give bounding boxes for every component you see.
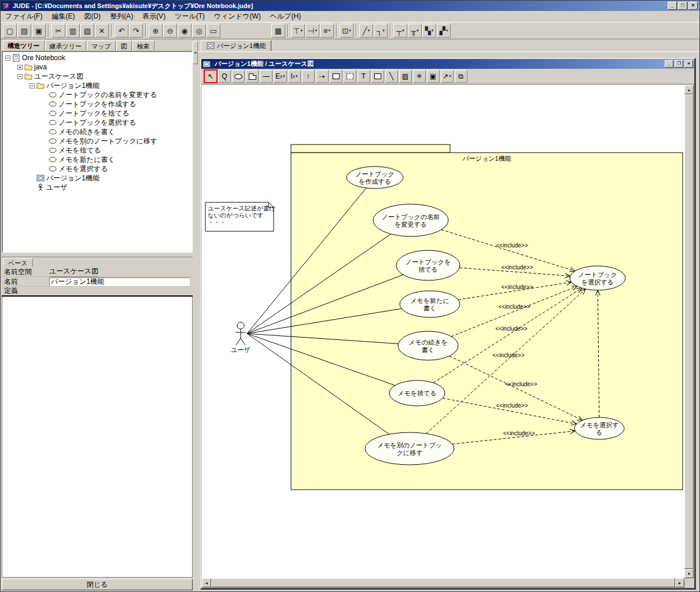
tree-item[interactable]: −ユースケース図 <box>3 72 191 81</box>
usecase-node[interactable]: メモを別のノートブックに移す <box>365 432 454 465</box>
menu-diagram[interactable]: 図(D) <box>79 10 105 23</box>
rect-tool[interactable] <box>371 70 384 83</box>
tab-version1[interactable]: バージョン1機能 <box>201 40 271 51</box>
tree-item[interactable]: メモを新たに書く <box>3 155 191 164</box>
resize-button[interactable]: ⊡▾ <box>340 24 353 38</box>
zoom-fit-button[interactable]: ◎ <box>192 24 206 38</box>
save-button[interactable]: ▣ <box>32 24 46 38</box>
menu-help[interactable]: ヘルプ(H) <box>266 10 306 23</box>
diagram-window-titlebar[interactable]: バージョン1機能 / ユースケース図 _ ❐ × <box>201 59 694 69</box>
tree-item[interactable]: −バージョン1機能 <box>3 81 191 90</box>
menu-file[interactable]: ファイル(F) <box>1 10 47 23</box>
usecase-node[interactable]: ノートブックを作成する <box>347 166 403 188</box>
usecase-tool[interactable] <box>232 70 245 83</box>
vertical-scroll-thumb[interactable] <box>684 94 694 569</box>
align-vertical-button[interactable]: ⊤▾ <box>291 24 305 38</box>
zoom-area-button[interactable]: ▭ <box>207 24 220 38</box>
mdi-minimize-button[interactable]: _ <box>665 60 673 68</box>
depth-button[interactable]: ╥▾ <box>408 24 422 38</box>
tab-structure-tree[interactable]: 構造ツリー <box>3 40 45 51</box>
vertical-scrollbar[interactable]: ▲ ▼ <box>684 85 694 578</box>
tree-item[interactable]: ユーザ <box>3 183 191 192</box>
usecase-node[interactable]: メモを捨てる <box>389 380 445 406</box>
generalization-tool[interactable]: ↑ <box>302 70 315 83</box>
scroll-right-button[interactable]: ► <box>675 578 684 587</box>
package-frame[interactable] <box>291 153 683 490</box>
paste-button[interactable]: ▧ <box>80 24 94 38</box>
actor-node[interactable] <box>235 322 246 345</box>
horizontal-scrollbar[interactable]: ◄ ► <box>202 578 684 587</box>
new-button[interactable]: ▢ <box>3 24 17 38</box>
diagram-canvas[interactable]: バージョン1機能ユースケース記述が書けないのがつらいです・・・ユーザ<<incl… <box>202 85 684 578</box>
arrow-line-tool[interactable]: ↗▾ <box>441 70 454 83</box>
scroll-left-button[interactable]: ◄ <box>202 578 211 587</box>
horizontal-scroll-thumb[interactable] <box>211 578 675 587</box>
menu-tool[interactable]: ツール(T) <box>170 10 209 23</box>
tree-expand-minus-icon[interactable]: − <box>30 83 35 88</box>
frame-tool[interactable]: ▣ <box>427 70 440 83</box>
scroll-up-button[interactable]: ▲ <box>684 85 694 94</box>
note-tool[interactable] <box>330 70 342 83</box>
text-tool[interactable]: T <box>358 70 370 83</box>
select-tool[interactable]: ↖ <box>204 70 217 83</box>
hierarchy-button[interactable]: ┬▾ <box>393 24 407 38</box>
tab-base[interactable]: ベース <box>3 258 33 267</box>
delete-button[interactable]: ✕ <box>95 24 109 38</box>
usecase-node[interactable]: メモを新たに書く <box>400 291 460 317</box>
tree-expand-plus-icon[interactable]: + <box>17 65 23 70</box>
mdi-close-button[interactable]: × <box>684 60 693 68</box>
extend-tool[interactable]: E›▾ <box>274 70 287 83</box>
tab-inherit-tree[interactable]: 継承ツリー <box>45 40 87 51</box>
zoom-out-button[interactable]: ⊖ <box>163 24 177 38</box>
dependency-tool[interactable]: ⇢ <box>316 70 329 83</box>
order-back-button[interactable]: ▞▾ <box>437 24 451 38</box>
tree-item[interactable]: ノートブックを選択する <box>3 118 191 127</box>
tab-search[interactable]: 検索 <box>132 40 154 51</box>
zoom-in-button[interactable]: ⊕ <box>149 24 163 38</box>
cut-button[interactable]: ✂ <box>51 24 65 38</box>
tree-item[interactable]: バージョン1機能 <box>3 173 191 183</box>
grid-button[interactable]: ▦ <box>271 24 285 38</box>
tree-item[interactable]: ノートブックを捨てる <box>3 109 191 118</box>
line-rightangle-button[interactable]: ┐▾ <box>374 24 388 38</box>
tree-item[interactable]: メモを選択する <box>3 164 191 173</box>
include-tool[interactable]: I›▾ <box>288 70 301 83</box>
redo-button[interactable]: ↷ <box>129 24 143 38</box>
usecase-node[interactable]: ノートブックを捨てる <box>396 250 460 280</box>
package-tab[interactable] <box>291 145 450 153</box>
splitter-collapse-button[interactable]: ◄ <box>193 41 198 64</box>
image-tool[interactable]: ▨ <box>399 70 412 83</box>
distribute-button[interactable]: ≡▾ <box>320 24 334 38</box>
usecase-node[interactable]: ノートブックを選択する <box>570 266 625 290</box>
usecase-node[interactable]: ノートブックの名前を変更する <box>373 204 448 236</box>
usecase-node[interactable]: メモの続きを書く <box>398 331 458 360</box>
tree-item[interactable]: ノートブックを作成する <box>3 99 191 109</box>
lasso-tool[interactable]: Q <box>218 70 231 83</box>
definition-area[interactable] <box>2 297 193 578</box>
note-anchor-tool[interactable] <box>344 70 356 83</box>
minimize-button[interactable]: _ <box>668 2 677 10</box>
scroll-down-button[interactable]: ▼ <box>684 569 694 578</box>
maximize-button[interactable]: □ <box>678 2 687 10</box>
tree-expand-minus-icon[interactable]: − <box>17 74 23 79</box>
tree-item[interactable]: −Ore Notebook <box>3 53 191 62</box>
tab-map[interactable]: マップ <box>87 40 116 51</box>
close-panel-button[interactable]: 閉じる <box>2 579 193 590</box>
tree-item[interactable]: ノートブックの名前を変更する <box>3 90 191 99</box>
tree-item[interactable]: メモを別のノートブックに移す <box>3 136 191 146</box>
panel-splitter[interactable]: ◄ <box>193 40 198 591</box>
mdi-restore-button[interactable]: ❐ <box>675 60 683 68</box>
tree-item[interactable]: メモを捨てる <box>3 146 191 155</box>
menu-window[interactable]: ウィンドウ(W) <box>209 10 266 23</box>
layer-tool[interactable]: ⧉ <box>455 70 467 83</box>
menu-align[interactable]: 整列(A) <box>105 10 138 23</box>
tree-item[interactable]: メモの続きを書く <box>3 127 191 136</box>
name-field[interactable] <box>49 278 190 286</box>
tree-item[interactable]: +java <box>3 62 191 72</box>
line-tool[interactable]: ╲ <box>385 70 398 83</box>
menu-edit[interactable]: 編集(E) <box>47 10 79 23</box>
align-horizontal-button[interactable]: ⊣▾ <box>305 24 319 38</box>
order-front-button[interactable]: ▚▾ <box>422 24 436 38</box>
adjust-tool[interactable]: ✳ <box>413 70 426 83</box>
menu-view[interactable]: 表示(V) <box>138 10 170 23</box>
